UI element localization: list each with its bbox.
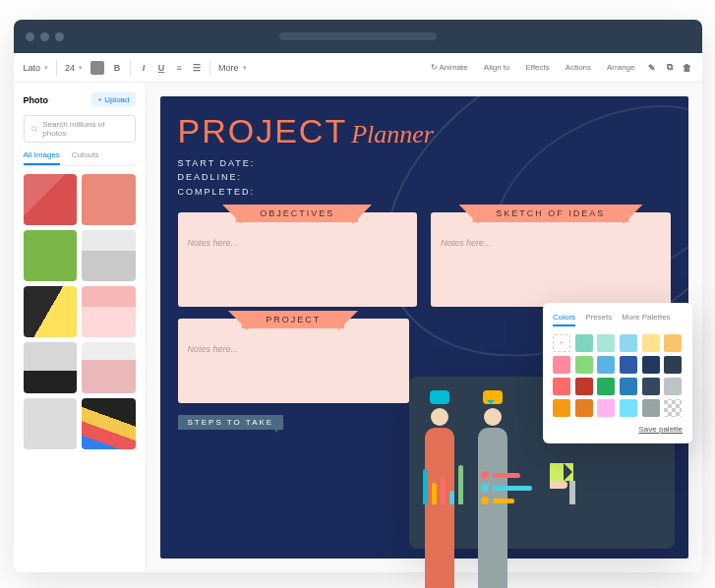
palette-tab-more[interactable]: More Palettes (622, 313, 670, 326)
tab-all-images[interactable]: All Images (24, 150, 60, 165)
palette-swatch[interactable] (642, 334, 660, 352)
ribbon-project: PROJECT (242, 311, 344, 328)
planner-title[interactable]: PROJECTPlanner (178, 112, 671, 150)
palette-swatch[interactable] (597, 399, 615, 417)
photo-grid (24, 174, 136, 449)
save-palette-link[interactable]: Save palette (553, 425, 683, 434)
tab-cutouts[interactable]: Cutouts (72, 150, 99, 165)
sidebar: Photo + Upload Search millions of photos… (14, 83, 147, 572)
photo-thumb[interactable] (82, 342, 136, 393)
palette-swatch[interactable] (575, 356, 593, 374)
ribbon-objectives: OBJECTIVES (236, 205, 358, 222)
photo-thumb[interactable] (82, 174, 136, 225)
url-bar[interactable] (279, 32, 437, 40)
flag-hand-icon (550, 463, 575, 504)
palette-swatch[interactable] (575, 399, 593, 417)
font-label: Lato (24, 63, 41, 73)
actions-button[interactable]: Actions (562, 61, 595, 74)
svg-point-0 (31, 126, 35, 130)
palette-tab-colors[interactable]: Colors (553, 313, 575, 326)
sidebar-title: Photo (24, 95, 49, 105)
window-controls (26, 32, 64, 41)
list-icon (481, 471, 532, 504)
palette-swatch[interactable] (620, 378, 637, 395)
palette-swatch[interactable] (664, 334, 682, 352)
notes-placeholder[interactable]: Notes here... (188, 238, 408, 248)
palette-tab-presets[interactable]: Presets (585, 313, 612, 326)
card-objectives[interactable]: OBJECTIVES Notes here... (178, 212, 418, 307)
alignto-button[interactable]: Align to (480, 61, 514, 74)
card-project[interactable]: PROJECT Notes here... (178, 319, 409, 403)
palette-add-button[interactable]: + (553, 334, 570, 352)
palette-swatch[interactable] (575, 334, 593, 352)
photo-thumb[interactable] (24, 342, 78, 393)
avatar-male-icon (476, 408, 509, 447)
photo-thumb[interactable] (82, 286, 136, 337)
animate-button[interactable]: ↻ Animate (427, 61, 472, 74)
chevron-down-icon: ▾ (79, 64, 83, 72)
trash-icon[interactable]: 🗑 (683, 63, 692, 73)
palette-swatch[interactable] (575, 378, 593, 395)
palette-swatch[interactable] (642, 399, 660, 417)
effects-button[interactable]: Effects (521, 61, 553, 74)
close-icon[interactable] (26, 32, 34, 41)
toolbar: Lato ▾ 24 ▾ B I U ≡ ☰ More ▾ ↻ Animate A… (14, 53, 702, 83)
chevron-down-icon: ▾ (243, 64, 247, 72)
photo-thumb[interactable] (82, 230, 136, 281)
upload-button[interactable]: + Upload (91, 92, 135, 107)
photo-thumb[interactable] (24, 230, 78, 281)
ribbon-sketch: SKETCH OF IDEAS (472, 205, 628, 222)
palette-swatch[interactable] (620, 399, 637, 417)
search-icon (30, 125, 39, 134)
search-input[interactable]: Search millions of photos (24, 115, 136, 143)
palette-swatch[interactable] (597, 356, 615, 374)
palette-swatch[interactable] (664, 399, 682, 417)
arrange-button[interactable]: Arrange (603, 61, 638, 74)
palette-swatch[interactable] (597, 378, 615, 395)
bold-button[interactable]: B (112, 63, 122, 73)
italic-button[interactable]: I (139, 63, 149, 73)
avatar-female-icon (423, 408, 456, 447)
palette-swatch[interactable] (664, 356, 682, 374)
color-swatch[interactable] (90, 61, 104, 75)
list-icon[interactable]: ☰ (192, 63, 202, 73)
palette-swatch[interactable] (620, 334, 637, 352)
align-icon[interactable]: ≡ (174, 63, 184, 73)
notes-placeholder[interactable]: Notes here... (188, 344, 399, 354)
palette-swatch[interactable] (642, 378, 660, 395)
font-size-label: 24 (65, 63, 75, 73)
palette-swatch[interactable] (664, 378, 682, 395)
planner-meta[interactable]: START DATE: DEADLINE: COMPLETED: (178, 156, 671, 199)
titlebar (14, 20, 702, 53)
photo-thumb[interactable] (24, 174, 78, 225)
font-size-select[interactable]: 24 ▾ (65, 63, 83, 73)
palette-swatch[interactable] (553, 356, 570, 374)
palette-swatch[interactable] (620, 356, 637, 374)
bar-chart-icon (423, 461, 463, 504)
more-menu[interactable]: More ▾ (218, 63, 247, 73)
color-palette-popup: Colors Presets More Palettes + Save pale… (543, 303, 692, 443)
ribbon-steps: STEPS TO TAKE (178, 415, 284, 430)
palette-swatch[interactable] (553, 399, 570, 417)
font-select[interactable]: Lato ▾ (24, 63, 49, 73)
palette-swatch[interactable] (642, 356, 660, 374)
photo-thumb[interactable] (24, 398, 78, 449)
photo-thumb[interactable] (82, 398, 136, 449)
palette-swatch[interactable] (553, 378, 570, 395)
maximize-icon[interactable] (55, 32, 64, 41)
notes-placeholder[interactable]: Notes here... (441, 238, 661, 248)
photo-thumb[interactable] (24, 286, 78, 337)
palette-swatch[interactable] (597, 334, 615, 352)
wand-icon[interactable]: ✎ (647, 63, 657, 73)
svg-line-1 (35, 130, 37, 132)
minimize-icon[interactable] (40, 32, 49, 41)
underline-button[interactable]: U (156, 63, 166, 73)
copy-icon[interactable]: ⧉ (665, 63, 675, 73)
card-sketch[interactable]: SKETCH OF IDEAS Notes here... (431, 212, 671, 307)
chevron-down-icon: ▾ (44, 64, 48, 72)
